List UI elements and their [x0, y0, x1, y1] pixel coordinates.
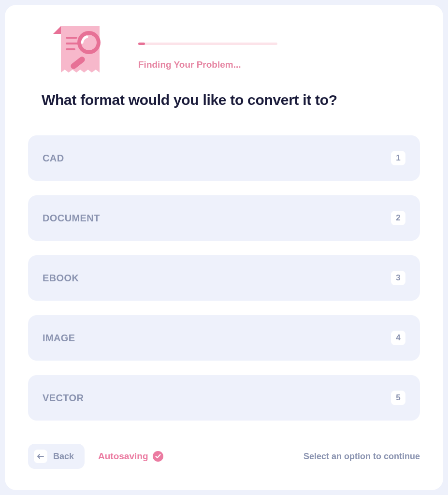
option-ebook[interactable]: EBOOK 3: [28, 255, 420, 301]
option-image[interactable]: IMAGE 4: [28, 315, 420, 361]
document-magnifier-illustration: [51, 22, 109, 80]
progress-fill: [138, 43, 145, 45]
autosave-label: Autosaving: [98, 451, 148, 462]
back-button[interactable]: Back: [28, 444, 85, 469]
checkmark-icon: [153, 451, 163, 462]
option-label: CAD: [43, 153, 64, 164]
option-vector[interactable]: VECTOR 5: [28, 375, 420, 421]
svg-rect-0: [66, 37, 77, 39]
svg-rect-1: [66, 43, 79, 44]
arrow-left-icon: [34, 450, 47, 463]
continue-hint: Select an option to continue: [303, 451, 420, 462]
svg-rect-2: [66, 48, 75, 50]
progress-label: Finding Your Problem...: [138, 59, 283, 70]
option-key: 3: [391, 271, 405, 285]
option-document[interactable]: DOCUMENT 2: [28, 195, 420, 241]
progress-track: [138, 43, 277, 45]
option-label: DOCUMENT: [43, 213, 100, 224]
question-heading: What format would you like to convert it…: [42, 92, 420, 108]
progress-area: Finding Your Problem...: [138, 33, 283, 70]
option-label: IMAGE: [43, 333, 75, 344]
option-label: VECTOR: [43, 393, 84, 404]
back-label: Back: [53, 451, 74, 462]
option-key: 4: [391, 331, 405, 345]
option-cad[interactable]: CAD 1: [28, 135, 420, 181]
option-label: EBOOK: [43, 273, 79, 284]
option-key: 5: [391, 391, 405, 405]
option-key: 1: [391, 151, 405, 165]
options-list: CAD 1 DOCUMENT 2 EBOOK 3 IMAGE 4 VECTOR …: [28, 135, 420, 421]
svg-point-4: [81, 35, 97, 50]
option-key: 2: [391, 211, 405, 225]
header-row: Finding Your Problem...: [28, 22, 420, 80]
autosave-status: Autosaving: [98, 451, 163, 462]
wizard-card: Finding Your Problem... What format woul…: [5, 5, 443, 490]
footer-row: Back Autosaving Select an option to cont…: [28, 444, 420, 469]
